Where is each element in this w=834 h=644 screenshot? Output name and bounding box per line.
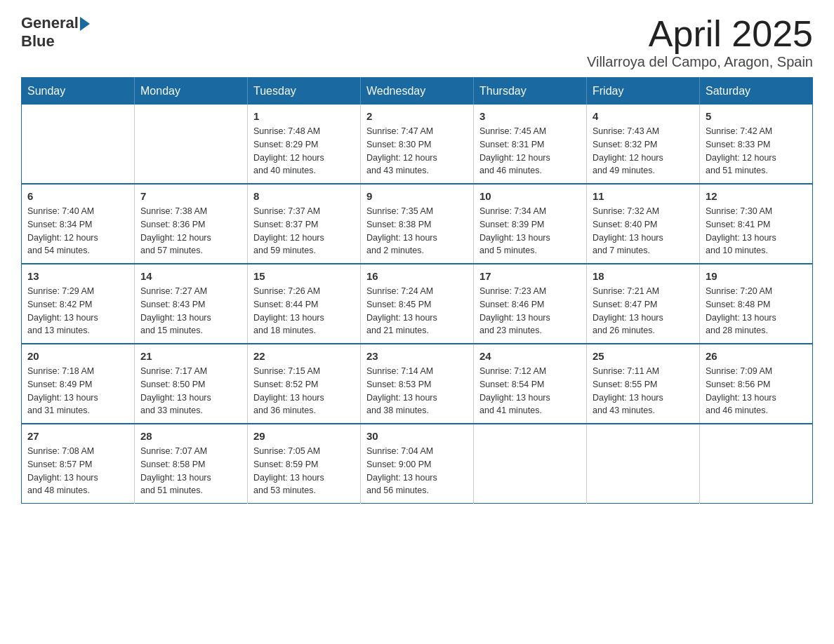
day-info: Sunrise: 7:05 AMSunset: 8:59 PMDaylight:… — [253, 445, 355, 497]
calendar-week-row: 1Sunrise: 7:48 AMSunset: 8:29 PMDaylight… — [22, 105, 813, 184]
day-info: Sunrise: 7:09 AMSunset: 8:56 PMDaylight:… — [706, 365, 807, 417]
day-number: 7 — [140, 190, 241, 202]
day-info: Sunrise: 7:30 AMSunset: 8:41 PMDaylight:… — [706, 205, 807, 257]
calendar-table: SundayMondayTuesdayWednesdayThursdayFrid… — [21, 77, 813, 504]
day-info: Sunrise: 7:07 AMSunset: 8:58 PMDaylight:… — [140, 445, 241, 497]
day-info: Sunrise: 7:21 AMSunset: 8:47 PMDaylight:… — [593, 285, 694, 337]
calendar-day-cell: 23Sunrise: 7:14 AMSunset: 8:53 PMDayligh… — [361, 344, 474, 424]
calendar-day-cell: 6Sunrise: 7:40 AMSunset: 8:34 PMDaylight… — [22, 184, 135, 264]
day-info: Sunrise: 7:34 AMSunset: 8:39 PMDaylight:… — [479, 205, 581, 257]
day-info: Sunrise: 7:32 AMSunset: 8:40 PMDaylight:… — [593, 205, 694, 257]
calendar-day-cell: 12Sunrise: 7:30 AMSunset: 8:41 PMDayligh… — [700, 184, 813, 264]
calendar-day-cell: 14Sunrise: 7:27 AMSunset: 8:43 PMDayligh… — [135, 264, 248, 344]
day-info: Sunrise: 7:17 AMSunset: 8:50 PMDaylight:… — [140, 365, 241, 417]
calendar-week-row: 13Sunrise: 7:29 AMSunset: 8:42 PMDayligh… — [22, 264, 813, 344]
day-number: 29 — [253, 430, 355, 442]
day-info: Sunrise: 7:45 AMSunset: 8:31 PMDaylight:… — [479, 125, 581, 177]
day-number: 10 — [479, 190, 581, 202]
day-number: 30 — [366, 430, 468, 442]
day-number: 19 — [706, 270, 807, 282]
day-of-week-header: Thursday — [474, 78, 587, 105]
day-info: Sunrise: 7:40 AMSunset: 8:34 PMDaylight:… — [27, 205, 128, 257]
day-info: Sunrise: 7:43 AMSunset: 8:32 PMDaylight:… — [593, 125, 694, 177]
day-number: 22 — [253, 350, 355, 362]
day-info: Sunrise: 7:23 AMSunset: 8:46 PMDaylight:… — [479, 285, 581, 337]
day-info: Sunrise: 7:11 AMSunset: 8:55 PMDaylight:… — [593, 365, 694, 417]
calendar-day-cell: 3Sunrise: 7:45 AMSunset: 8:31 PMDaylight… — [474, 105, 587, 184]
day-number: 25 — [593, 350, 694, 362]
calendar-day-cell: 24Sunrise: 7:12 AMSunset: 8:54 PMDayligh… — [474, 344, 587, 424]
calendar-day-cell: 29Sunrise: 7:05 AMSunset: 8:59 PMDayligh… — [248, 424, 361, 504]
calendar-day-cell: 5Sunrise: 7:42 AMSunset: 8:33 PMDaylight… — [700, 105, 813, 184]
day-of-week-header: Sunday — [22, 78, 135, 105]
calendar-day-cell: 20Sunrise: 7:18 AMSunset: 8:49 PMDayligh… — [22, 344, 135, 424]
page-header: General Blue April 2025 Villarroya del C… — [21, 14, 813, 70]
calendar-day-cell: 8Sunrise: 7:37 AMSunset: 8:37 PMDaylight… — [248, 184, 361, 264]
day-number: 21 — [140, 350, 241, 362]
calendar-day-cell: 27Sunrise: 7:08 AMSunset: 8:57 PMDayligh… — [22, 424, 135, 504]
calendar-day-cell — [587, 424, 700, 504]
day-of-week-header: Friday — [587, 78, 700, 105]
day-info: Sunrise: 7:04 AMSunset: 9:00 PMDaylight:… — [366, 445, 468, 497]
day-number: 24 — [479, 350, 581, 362]
day-number: 9 — [366, 190, 468, 202]
logo-text-blue: Blue — [21, 32, 90, 51]
title-block: April 2025 Villarroya del Campo, Aragon,… — [587, 14, 813, 70]
calendar-day-cell: 7Sunrise: 7:38 AMSunset: 8:36 PMDaylight… — [135, 184, 248, 264]
calendar-day-cell: 2Sunrise: 7:47 AMSunset: 8:30 PMDaylight… — [361, 105, 474, 184]
day-number: 1 — [253, 110, 355, 122]
calendar-day-cell: 17Sunrise: 7:23 AMSunset: 8:46 PMDayligh… — [474, 264, 587, 344]
calendar-day-cell: 25Sunrise: 7:11 AMSunset: 8:55 PMDayligh… — [587, 344, 700, 424]
calendar-week-row: 27Sunrise: 7:08 AMSunset: 8:57 PMDayligh… — [22, 424, 813, 504]
calendar-day-cell: 11Sunrise: 7:32 AMSunset: 8:40 PMDayligh… — [587, 184, 700, 264]
day-info: Sunrise: 7:20 AMSunset: 8:48 PMDaylight:… — [706, 285, 807, 337]
day-number: 17 — [479, 270, 581, 282]
day-number: 13 — [27, 270, 128, 282]
day-number: 20 — [27, 350, 128, 362]
day-info: Sunrise: 7:15 AMSunset: 8:52 PMDaylight:… — [253, 365, 355, 417]
calendar-title: April 2025 — [587, 14, 813, 54]
day-number: 4 — [593, 110, 694, 122]
day-info: Sunrise: 7:42 AMSunset: 8:33 PMDaylight:… — [706, 125, 807, 177]
calendar-day-cell: 10Sunrise: 7:34 AMSunset: 8:39 PMDayligh… — [474, 184, 587, 264]
calendar-day-cell: 13Sunrise: 7:29 AMSunset: 8:42 PMDayligh… — [22, 264, 135, 344]
day-number: 23 — [366, 350, 468, 362]
day-number: 2 — [366, 110, 468, 122]
calendar-day-cell: 15Sunrise: 7:26 AMSunset: 8:44 PMDayligh… — [248, 264, 361, 344]
day-number: 8 — [253, 190, 355, 202]
day-number: 16 — [366, 270, 468, 282]
day-number: 26 — [706, 350, 807, 362]
day-info: Sunrise: 7:37 AMSunset: 8:37 PMDaylight:… — [253, 205, 355, 257]
calendar-day-cell — [22, 105, 135, 184]
calendar-subtitle: Villarroya del Campo, Aragon, Spain — [587, 54, 813, 70]
day-number: 5 — [706, 110, 807, 122]
logo: General Blue — [21, 14, 90, 51]
day-of-week-header: Tuesday — [248, 78, 361, 105]
day-info: Sunrise: 7:26 AMSunset: 8:44 PMDaylight:… — [253, 285, 355, 337]
calendar-week-row: 6Sunrise: 7:40 AMSunset: 8:34 PMDaylight… — [22, 184, 813, 264]
calendar-header-row: SundayMondayTuesdayWednesdayThursdayFrid… — [22, 78, 813, 105]
calendar-day-cell — [700, 424, 813, 504]
day-of-week-header: Monday — [135, 78, 248, 105]
calendar-day-cell: 18Sunrise: 7:21 AMSunset: 8:47 PMDayligh… — [587, 264, 700, 344]
day-number: 12 — [706, 190, 807, 202]
day-info: Sunrise: 7:08 AMSunset: 8:57 PMDaylight:… — [27, 445, 128, 497]
calendar-day-cell: 16Sunrise: 7:24 AMSunset: 8:45 PMDayligh… — [361, 264, 474, 344]
day-of-week-header: Saturday — [700, 78, 813, 105]
day-info: Sunrise: 7:35 AMSunset: 8:38 PMDaylight:… — [366, 205, 468, 257]
logo-text-general: General — [21, 14, 79, 32]
calendar-day-cell: 26Sunrise: 7:09 AMSunset: 8:56 PMDayligh… — [700, 344, 813, 424]
day-number: 6 — [27, 190, 128, 202]
day-number: 14 — [140, 270, 241, 282]
day-info: Sunrise: 7:29 AMSunset: 8:42 PMDaylight:… — [27, 285, 128, 337]
calendar-day-cell: 4Sunrise: 7:43 AMSunset: 8:32 PMDaylight… — [587, 105, 700, 184]
day-info: Sunrise: 7:14 AMSunset: 8:53 PMDaylight:… — [366, 365, 468, 417]
calendar-day-cell: 19Sunrise: 7:20 AMSunset: 8:48 PMDayligh… — [700, 264, 813, 344]
day-number: 18 — [593, 270, 694, 282]
calendar-day-cell — [474, 424, 587, 504]
day-info: Sunrise: 7:12 AMSunset: 8:54 PMDaylight:… — [479, 365, 581, 417]
calendar-week-row: 20Sunrise: 7:18 AMSunset: 8:49 PMDayligh… — [22, 344, 813, 424]
calendar-day-cell: 9Sunrise: 7:35 AMSunset: 8:38 PMDaylight… — [361, 184, 474, 264]
calendar-day-cell: 28Sunrise: 7:07 AMSunset: 8:58 PMDayligh… — [135, 424, 248, 504]
calendar-day-cell: 30Sunrise: 7:04 AMSunset: 9:00 PMDayligh… — [361, 424, 474, 504]
